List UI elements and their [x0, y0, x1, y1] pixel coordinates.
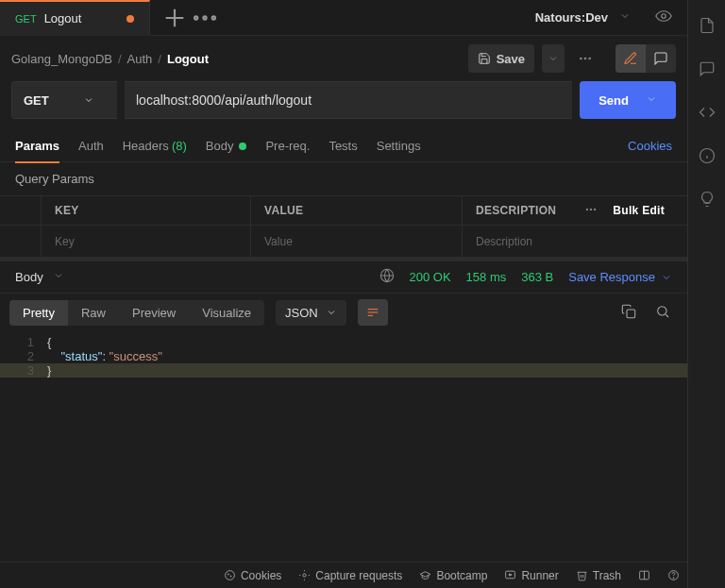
bulk-edit-button[interactable]: Bulk Edit [613, 204, 665, 217]
save-button-label: Save [497, 52, 525, 66]
svg-point-26 [673, 578, 674, 579]
environment-quicklook-button[interactable] [644, 8, 683, 27]
save-options-button[interactable] [542, 44, 565, 73]
right-sidebar [687, 0, 725, 588]
breadcrumb-row: Golang_MongoDB / Auth / Logout Save [0, 36, 687, 81]
tab-title: Logout [44, 11, 82, 25]
response-format-select[interactable]: JSON [276, 300, 346, 326]
request-more-button[interactable] [572, 51, 599, 66]
comments-icon[interactable] [699, 60, 716, 77]
svg-point-2 [212, 16, 215, 19]
footer-trash[interactable]: Trash [576, 569, 621, 582]
cookies-link[interactable]: Cookies [628, 139, 672, 153]
svg-point-1 [204, 16, 207, 19]
desc-input[interactable]: Description [463, 226, 687, 257]
unsaved-dot-icon [126, 15, 134, 23]
svg-point-19 [230, 576, 231, 577]
tab-settings[interactable]: Settings [377, 130, 421, 162]
save-icon [478, 52, 491, 65]
tab-tests[interactable]: Tests [329, 130, 357, 162]
key-input[interactable]: Key [42, 226, 251, 257]
table-row[interactable]: Key Value Description [0, 226, 687, 258]
status-bar: Cookies Capture requests Bootcamp Runner… [0, 562, 687, 588]
search-response-button[interactable] [655, 304, 670, 322]
view-visualize-button[interactable]: Visualize [189, 300, 264, 326]
svg-rect-14 [627, 310, 635, 318]
breadcrumb-separator: / [158, 52, 161, 66]
tab-body[interactable]: Body [206, 130, 247, 162]
tab-overflow-button[interactable] [190, 3, 220, 33]
view-preview-button[interactable]: Preview [119, 300, 189, 326]
chevron-down-icon [53, 270, 64, 284]
chevron-down-icon [83, 94, 94, 106]
tab-auth[interactable]: Auth [78, 130, 104, 162]
url-text: localhost:8000/api/auth/logout [136, 92, 312, 108]
footer-runner[interactable]: Runner [504, 569, 558, 582]
body-indicator-icon [239, 143, 246, 150]
network-icon[interactable] [379, 268, 395, 286]
response-header-bar: Body 200 OK 158 ms 363 B Save Response [0, 258, 687, 294]
response-body[interactable]: 1{2 "status": "success"3} [0, 331, 687, 562]
info-icon[interactable] [699, 147, 716, 164]
mode-toggle-group [615, 44, 676, 73]
col-key: KEY [42, 196, 251, 225]
save-response-button[interactable]: Save Response [568, 270, 672, 284]
response-view-toolbar: Pretty Raw Preview Visualize JSON [0, 294, 687, 331]
chevron-down-icon[interactable] [619, 10, 631, 25]
tab-prereq[interactable]: Pre-req. [265, 130, 310, 162]
col-desc: DESCRIPTION Bulk Edit [463, 196, 687, 225]
svg-rect-21 [506, 571, 515, 579]
code-icon[interactable] [699, 104, 716, 121]
footer-capture[interactable]: Capture requests [298, 569, 402, 582]
tab-headers[interactable]: Headers(8) [123, 130, 187, 162]
svg-point-15 [658, 306, 666, 314]
environment-selector[interactable]: Natours:Dev [524, 10, 619, 25]
copy-response-button[interactable] [621, 304, 636, 322]
response-size: 363 B [521, 270, 553, 284]
tab-request[interactable]: GET Logout [0, 0, 150, 36]
bulb-icon[interactable] [699, 191, 716, 208]
svg-line-16 [666, 314, 668, 317]
tab-bar: GET Logout Natours:Dev [0, 0, 687, 36]
response-time: 158 ms [466, 270, 507, 284]
response-tab-body[interactable]: Body [15, 270, 64, 284]
svg-point-4 [581, 58, 582, 59]
table-options-button[interactable] [584, 203, 598, 219]
build-mode-button[interactable] [615, 44, 646, 73]
new-tab-button[interactable] [160, 3, 190, 33]
view-raw-button[interactable]: Raw [68, 300, 119, 326]
footer-bootcamp[interactable]: Bootcamp [419, 569, 487, 582]
svg-point-7 [587, 209, 588, 210]
tab-params[interactable]: Params [15, 130, 59, 162]
svg-point-0 [194, 16, 197, 19]
chevron-down-icon [661, 272, 672, 283]
footer-help-button[interactable] [667, 569, 680, 581]
svg-marker-22 [510, 574, 513, 576]
breadcrumb-workspace[interactable]: Golang_MongoDB [11, 52, 112, 66]
send-button-label: Send [599, 93, 629, 108]
breadcrumb-separator: / [118, 52, 122, 66]
save-button[interactable]: Save [468, 44, 534, 73]
footer-cookies[interactable]: Cookies [224, 569, 281, 582]
view-pretty-button[interactable]: Pretty [9, 300, 68, 326]
svg-point-17 [226, 571, 235, 580]
query-params-title: Query Params [0, 162, 687, 195]
svg-point-20 [303, 574, 306, 577]
documentation-icon[interactable] [699, 17, 716, 34]
wrap-lines-button[interactable] [358, 299, 388, 326]
footer-panes-button[interactable] [638, 569, 650, 581]
request-subtabs: Params Auth Headers(8) Body Pre-req. Tes… [0, 130, 687, 162]
http-method-select[interactable]: GET [11, 81, 117, 119]
send-button[interactable]: Send [580, 81, 676, 119]
http-method-label: GET [24, 93, 49, 108]
url-input[interactable]: localhost:8000/api/auth/logout [125, 81, 572, 119]
svg-point-3 [662, 14, 666, 19]
value-input[interactable]: Value [251, 226, 463, 257]
col-value: VALUE [251, 196, 463, 225]
comment-mode-button[interactable] [646, 44, 676, 73]
response-status: 200 OK [410, 270, 451, 284]
chevron-down-icon[interactable] [646, 93, 657, 108]
breadcrumb-folder[interactable]: Auth [127, 52, 153, 66]
svg-point-9 [595, 209, 596, 210]
svg-point-8 [591, 209, 592, 210]
